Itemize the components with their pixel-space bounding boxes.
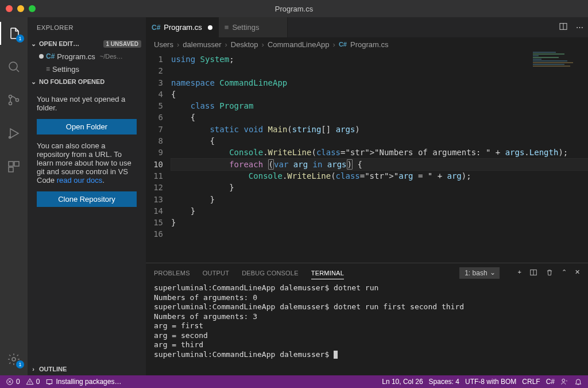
code-line[interactable]: } — [171, 217, 588, 228]
no-folder-header[interactable]: ⌄ NO FOLDER OPENED — [28, 75, 146, 88]
new-terminal-icon[interactable]: + — [518, 268, 521, 278]
code-line[interactable]: { — [171, 112, 588, 123]
settings-icon: ≡ — [225, 23, 229, 32]
csharp-file-icon: C# — [152, 24, 160, 32]
code-line[interactable]: Console.WriteLine(class="str">"arg = " +… — [171, 170, 588, 182]
read-docs-link[interactable]: read our docs — [57, 176, 103, 185]
panel-tab-output[interactable]: OUTPUT — [203, 270, 229, 276]
status-warnings[interactable]: 0 — [26, 378, 40, 386]
status-eol[interactable]: CRLF — [522, 378, 540, 386]
minimap[interactable] — [531, 51, 588, 86]
status-errors[interactable]: 0 — [6, 378, 20, 386]
code-line[interactable]: using System; — [171, 53, 588, 65]
fullscreen-window-button[interactable] — [29, 5, 36, 12]
maximize-panel-icon[interactable]: ⌃ — [562, 268, 567, 278]
line-number[interactable]: 11 — [146, 170, 163, 182]
kill-terminal-icon[interactable] — [546, 268, 554, 278]
terminal-selector-label: 1: bash — [465, 269, 487, 277]
panel-tab-debug-console[interactable]: DEBUG CONSOLE — [242, 270, 299, 276]
breadcrumb[interactable]: Users›dalemusser›Desktop›CommandLineApp›… — [146, 37, 588, 51]
line-number[interactable]: 14 — [146, 205, 163, 217]
breadcrumb-segment[interactable]: dalemusser — [183, 40, 221, 49]
breadcrumb-segment[interactable]: CommandLineApp — [268, 40, 330, 49]
svg-point-2 — [9, 102, 12, 105]
line-number[interactable]: 1 — [146, 53, 163, 65]
open-editor-label: Program.cs — [57, 52, 95, 61]
clone-repository-button[interactable]: Clone Repository — [37, 191, 137, 207]
code-line[interactable]: namespace CommandLineApp — [171, 77, 588, 89]
line-number[interactable]: 4 — [146, 89, 163, 100]
chevron-down-icon: ⌄ — [29, 78, 38, 86]
breadcrumb-segment[interactable]: Desktop — [231, 40, 258, 49]
line-number[interactable]: 9 — [146, 147, 163, 158]
panel-tab-problems[interactable]: PROBLEMS — [154, 270, 190, 276]
code-line[interactable]: { — [171, 135, 588, 147]
manage-icon[interactable]: 1 — [0, 348, 28, 371]
split-terminal-icon[interactable] — [529, 268, 537, 278]
status-cursor[interactable]: Ln 10, Col 26 — [382, 378, 423, 386]
status-spaces[interactable]: Spaces: 4 — [429, 378, 459, 386]
line-number[interactable]: 10 — [146, 159, 163, 170]
chevron-right-icon: › — [333, 40, 335, 49]
editor[interactable]: 12345678910111213141516 using System; na… — [146, 51, 588, 263]
line-number[interactable]: 7 — [146, 124, 163, 135]
line-number[interactable]: 12 — [146, 182, 163, 193]
minimize-window-button[interactable] — [17, 5, 24, 12]
run-debug-icon[interactable] — [0, 122, 28, 145]
split-editor-icon[interactable] — [559, 22, 568, 33]
code-line[interactable]: } — [171, 205, 588, 217]
extensions-icon[interactable] — [0, 155, 28, 178]
outline-header[interactable]: › OUTLINE — [28, 363, 146, 375]
terminal-selector[interactable]: 1: bash — [459, 267, 499, 279]
svg-rect-7 — [9, 167, 13, 172]
line-number[interactable]: 16 — [146, 228, 163, 240]
terminal[interactable]: superluminal:CommandLineApp dalemusser$ … — [146, 282, 588, 375]
tab-program-cs[interactable]: C#Program.cs — [146, 17, 219, 37]
code-line[interactable]: Console.WriteLine(class="str">"Numbers o… — [171, 147, 588, 158]
status-encoding[interactable]: UTF-8 with BOM — [465, 378, 516, 386]
code-line[interactable]: foreach (var arg in args) { — [171, 159, 588, 170]
no-folder-label: NO FOLDER OPENED — [39, 78, 105, 85]
code-line[interactable]: class Program — [171, 100, 588, 112]
line-number[interactable]: 15 — [146, 217, 163, 228]
breadcrumb-segment[interactable]: Users — [154, 40, 173, 49]
open-editor-item[interactable]: ≡Settings — [28, 63, 146, 75]
tab-label: Settings — [232, 23, 259, 32]
code-line[interactable] — [171, 228, 588, 240]
explorer-icon[interactable]: 1 — [0, 22, 28, 45]
tab-settings[interactable]: ≡Settings — [219, 17, 288, 37]
search-icon[interactable] — [0, 55, 28, 78]
code-line[interactable] — [171, 65, 588, 76]
line-number[interactable]: 3 — [146, 77, 163, 89]
svg-rect-12 — [47, 380, 52, 384]
line-number[interactable]: 5 — [146, 100, 163, 112]
open-editor-label: Settings — [52, 65, 79, 74]
line-number[interactable]: 6 — [146, 112, 163, 123]
more-actions-icon[interactable]: ⋯ — [576, 23, 583, 32]
unsaved-badge: 1 UNSAVED — [103, 40, 142, 48]
open-folder-button[interactable]: Open Folder — [37, 119, 137, 135]
clone-message: You can also clone a repository from a U… — [37, 141, 137, 185]
status-notifications-icon[interactable] — [574, 378, 582, 386]
close-window-button[interactable] — [6, 5, 13, 12]
open-editor-item[interactable]: C#Program.cs~/Des… — [28, 50, 146, 63]
line-number[interactable]: 2 — [146, 65, 163, 76]
line-number[interactable]: 8 — [146, 135, 163, 147]
code-line[interactable]: { — [171, 89, 588, 100]
source-control-icon[interactable] — [0, 89, 28, 112]
open-editors-header[interactable]: ⌄ OPEN EDIT… 1 UNSAVED — [28, 37, 146, 50]
status-language[interactable]: C# — [546, 378, 555, 386]
open-editors-label: OPEN EDIT… — [39, 40, 79, 47]
line-number[interactable]: 13 — [146, 194, 163, 205]
window-title: Program.cs — [275, 5, 313, 13]
svg-point-8 — [12, 358, 16, 361]
panel-tab-terminal[interactable]: TERMINAL — [311, 270, 344, 279]
status-feedback-icon[interactable] — [560, 378, 568, 386]
close-panel-icon[interactable]: ✕ — [575, 268, 580, 278]
tab-label: Program.cs — [164, 23, 202, 32]
status-installing[interactable]: Installing packages… — [45, 378, 121, 386]
code-line[interactable]: } — [171, 182, 588, 193]
code-line[interactable]: } — [171, 194, 588, 205]
code-line[interactable]: static void Main(string[] args) — [171, 124, 588, 135]
breadcrumb-segment[interactable]: Program.cs — [350, 40, 388, 49]
